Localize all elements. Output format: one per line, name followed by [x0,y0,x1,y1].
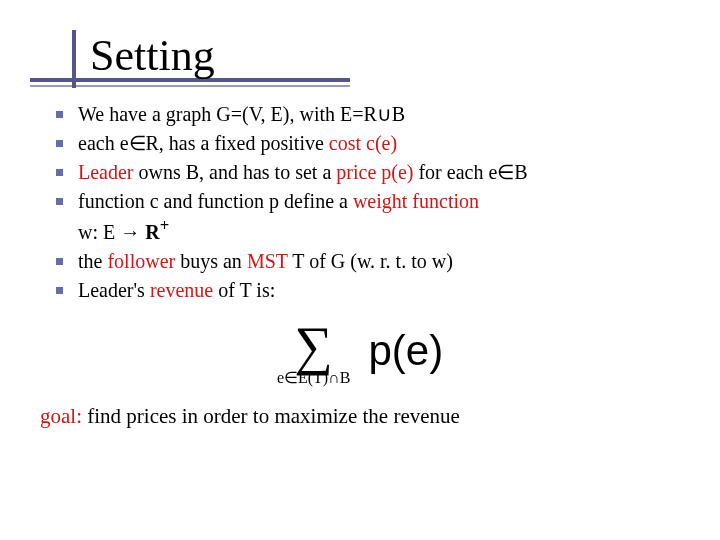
highlight-price: price p(e) [336,161,413,183]
superscript-plus: + [160,216,170,235]
slide-title: Setting [90,30,690,81]
text: the [78,250,107,272]
bullet-list: We have a graph G=(V, E), with E=R∪B eac… [30,101,690,304]
text: We have a graph G=(V, E), with E=R [78,103,377,125]
highlight-weight-fn: weight function [353,190,479,212]
text: owns B, and has to set a [134,161,337,183]
presentation-slide: Setting We have a graph G=(V, E), with E… [0,0,720,540]
bullet-item-5: the follower buys an MST T of G (w. r. t… [78,248,690,275]
bullet-item-2: each e∈R, has a fixed positive cost c(e) [78,130,690,157]
text: function c and function p define a [78,190,353,212]
formula-term: p(e) [368,327,443,374]
element-symbol: ∈ [129,132,146,154]
text: R, has a fixed positive [146,132,329,154]
sub-e: e [277,369,284,386]
text: Leader's [78,279,150,301]
text: for each e [413,161,497,183]
highlight-leader: Leader [78,161,134,183]
goal-text: find prices in order to maximize the rev… [82,404,460,428]
bullet-item-6: Leader's revenue of T is: [78,277,690,304]
sub-b: B [340,369,351,386]
summation-formula: ∑ e∈E(T)∩B p(e) [30,319,690,385]
text: R [140,221,159,243]
bullet-item-1: We have a graph G=(V, E), with E=R∪B [78,101,690,128]
goal-label: goal: [40,404,82,428]
sigma-symbol: ∑ [277,319,351,373]
intersect-symbol: ∩ [328,369,340,386]
text: w: E [78,221,120,243]
element-symbol: ∈ [497,161,514,183]
goal-statement: goal: find prices in order to maximize t… [30,404,690,429]
sigma-operator: ∑ e∈E(T)∩B [277,319,351,385]
highlight-mst: MST [247,250,288,272]
sigma-subscript: e∈E(T)∩B [277,371,351,385]
title-area: Setting [30,30,690,81]
union-symbol: ∪ [377,103,392,125]
text: T of G (w. r. t. to w) [288,250,453,272]
element-symbol: ∈ [284,369,298,386]
text: each e [78,132,129,154]
text: B [392,103,405,125]
highlight-follower: follower [107,250,175,272]
text: B [514,161,527,183]
highlight-cost: cost c(e) [329,132,397,154]
text: buys an [175,250,247,272]
bullet-item-3: Leader owns B, and has to set a price p(… [78,159,690,186]
highlight-revenue: revenue [150,279,213,301]
bullet-item-4: function c and function p define a weigh… [78,188,690,246]
sub-et: E(T) [298,369,328,386]
arrow-symbol: → [120,221,140,243]
text: of T is: [213,279,275,301]
